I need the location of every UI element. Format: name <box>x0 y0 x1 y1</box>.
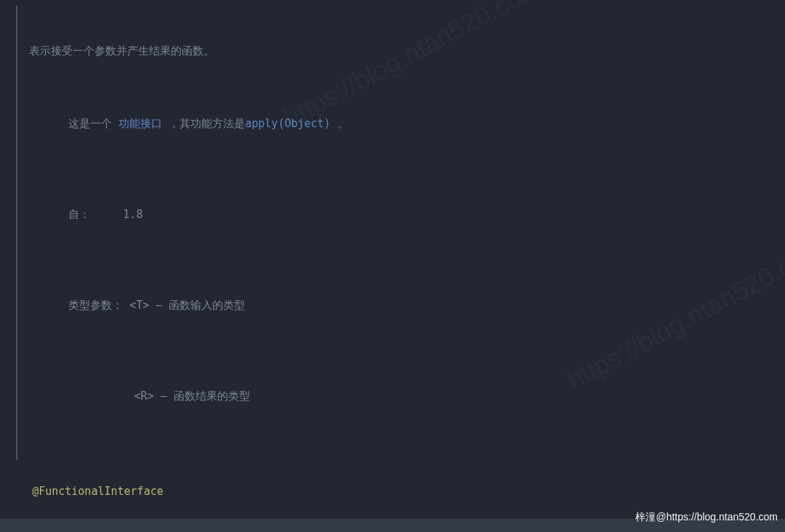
typeparam-label: 类型参数： <box>68 299 123 312</box>
since-label: 自： <box>68 208 90 221</box>
apply-doc-link[interactable]: apply(Object) <box>245 117 330 130</box>
class-doc: 表示接受一个参数并产生结果的函数。 这是一个 功能接口 ，其功能方法是apply… <box>16 6 785 460</box>
watermark: 梓潼@https://blog.ntan520.com <box>635 508 778 526</box>
typeparam-r: <R> <box>134 390 154 403</box>
class-doc-line1: 表示接受一个参数并产生结果的函数。 <box>29 44 214 57</box>
class-doc-line2c: 。 <box>331 117 348 130</box>
class-doc-line2a: 这是一个 <box>68 117 118 130</box>
typeparam-t: <T> <box>129 299 149 312</box>
code-editor[interactable]: 表示接受一个参数并产生结果的函数。 这是一个 功能接口 ，其功能方法是apply… <box>0 0 785 532</box>
class-doc-line2b: ，其功能方法是 <box>162 117 245 130</box>
since-value: 1.8 <box>123 208 142 221</box>
functional-interface-anno: @FunctionalInterface <box>32 485 164 498</box>
typeparam-t-desc: – 函数输入的类型 <box>149 299 245 312</box>
functional-interface-link[interactable]: 功能接口 <box>118 117 162 130</box>
typeparam-r-desc: – 函数结果的类型 <box>154 390 250 403</box>
